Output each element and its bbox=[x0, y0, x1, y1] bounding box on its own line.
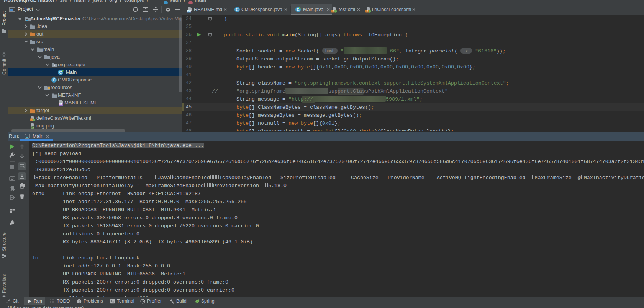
svg-text:MD: MD bbox=[187, 10, 191, 12]
svg-text:<: < bbox=[332, 10, 334, 12]
svg-text:C: C bbox=[52, 78, 55, 82]
svg-text:C: C bbox=[236, 8, 238, 12]
svg-text:<: < bbox=[31, 118, 32, 121]
svg-text:C: C bbox=[297, 8, 299, 12]
svg-text:MF: MF bbox=[59, 103, 62, 106]
svg-text:C: C bbox=[59, 70, 62, 75]
svg-text:<: < bbox=[366, 10, 368, 12]
